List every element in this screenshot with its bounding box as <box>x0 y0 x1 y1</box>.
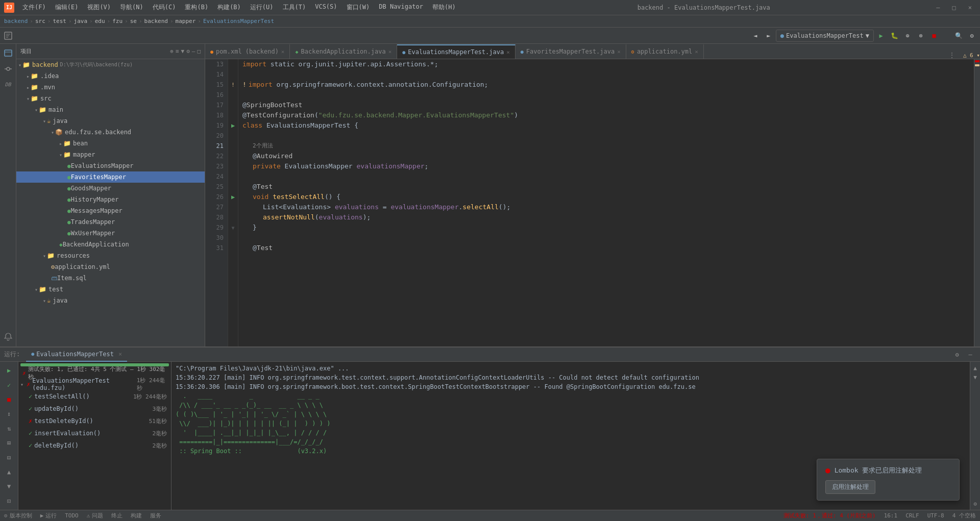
tree-item-mapper[interactable]: ▾ 📁 mapper <box>16 149 205 160</box>
tree-locate-btn[interactable]: ⊕ <box>170 48 174 55</box>
tree-settings-btn[interactable]: ▼ <box>181 48 185 55</box>
menu-db-navigator[interactable]: DB Navigator <box>375 2 427 13</box>
collapse-all-btn[interactable]: ⊟ <box>2 451 16 464</box>
tree-item-app-yml[interactable]: ⚙ application.yml <box>16 261 205 272</box>
menu-tools[interactable]: 工具(T) <box>279 2 310 13</box>
tree-item-goods-mapper[interactable]: ● GoodsMapper <box>16 183 205 194</box>
bottom-tab-evaluations[interactable]: ● EvaluationsMapperTest × <box>26 348 127 362</box>
tree-item-item-sql[interactable]: 🗃 Item.sql <box>16 272 205 284</box>
window-minimize[interactable]: — <box>932 4 944 11</box>
tree-item-resources[interactable]: ▾ 📁 resources <box>16 250 205 261</box>
status-indent[interactable]: 4 个空格 <box>952 512 976 519</box>
minimize-bottom-btn[interactable]: — <box>965 349 976 360</box>
breadcrumb-item-5[interactable]: fzu <box>112 18 122 24</box>
tab-app-yml[interactable]: ⚙ application.yml × <box>626 44 704 59</box>
window-close[interactable]: × <box>964 4 976 11</box>
tree-expand-btn[interactable]: □ <box>197 48 201 55</box>
sort-btn2[interactable]: ⇅ <box>2 422 16 435</box>
menu-build[interactable]: 构建(B) <box>213 2 245 13</box>
tree-item-backend-app[interactable]: ◆ BackendApplication <box>16 239 205 250</box>
breadcrumb-item-8[interactable]: mapper <box>176 18 196 24</box>
expand-all-btn[interactable]: ⊞ <box>2 436 16 450</box>
bottom-tab-close[interactable]: × <box>118 351 122 358</box>
menu-view[interactable]: 视图(V) <box>83 2 115 13</box>
tree-item-favorites-mapper[interactable]: ● FavoritesMapper <box>16 171 205 183</box>
tree-item-test[interactable]: ▾ 📁 test <box>16 284 205 295</box>
sidebar-project-icon[interactable] <box>1 46 15 61</box>
status-vcs[interactable]: ⊙ 版本控制 <box>4 512 32 519</box>
tab-favorites[interactable]: ● FavoritesMapperTest.java × <box>516 44 626 59</box>
tree-item-evaluations-mapper[interactable]: ● EvaluationsMapper <box>16 160 205 171</box>
sidebar-db-icon[interactable]: DB <box>1 77 15 91</box>
scroll-up-btn[interactable]: ▲ <box>971 364 979 372</box>
tree-item-java[interactable]: ▾ ☕ java <box>16 115 205 127</box>
tree-gear-btn[interactable]: ⚙ <box>186 48 190 55</box>
stop-button[interactable]: ■ <box>928 30 940 42</box>
menu-window[interactable]: 窗口(W) <box>342 2 374 13</box>
breadcrumb-item-0[interactable]: backend <box>4 18 28 24</box>
test-item-3[interactable]: ✓ insertEvaluation() 2毫秒 <box>18 427 171 439</box>
test-item-root[interactable]: ▾ ✗ EvaluationsMapperTest (edu.fzu) 1秒 2… <box>18 378 171 390</box>
status-problem[interactable]: ⚠ 问题 <box>87 512 104 519</box>
tabs-overflow-btn[interactable]: ⋮ <box>945 52 959 59</box>
rerun-failed-btn[interactable]: ✓ <box>2 378 16 391</box>
test-item-1[interactable]: ✓ updateById() 3毫秒 <box>18 403 171 415</box>
menu-nav[interactable]: 导航(N) <box>116 2 148 13</box>
up-btn[interactable]: ▲ <box>2 465 16 479</box>
gutter-run-icon-25[interactable]: ▶ <box>231 193 235 201</box>
run-again-btn[interactable]: ▶ <box>2 364 16 377</box>
editor-scrollbar[interactable] <box>974 59 980 346</box>
breadcrumb-item-6[interactable]: se <box>130 18 137 24</box>
status-terminate[interactable]: 终止 <box>111 512 122 519</box>
tab-close-evaluations[interactable]: × <box>506 49 510 56</box>
status-todo[interactable]: TODO <box>65 512 79 519</box>
tree-item-backend[interactable]: ▾ 📁 backend D:\学习\代码\backend(fzu) <box>16 59 205 70</box>
tree-minimize-btn[interactable]: — <box>192 48 195 55</box>
status-encoding[interactable]: UTF-8 <box>927 512 944 519</box>
tree-item-package[interactable]: ▾ 📦 edu.fzu.se.backend <box>16 127 205 138</box>
search-everywhere-btn[interactable]: 🔍 <box>952 30 965 42</box>
menu-code[interactable]: 代码(C) <box>149 2 180 13</box>
breadcrumb-item-9[interactable]: EvaluationsMapperTest <box>203 18 274 24</box>
menu-vcs[interactable]: VCS(S) <box>311 2 341 13</box>
run-button[interactable]: ▶ <box>875 30 887 42</box>
tab-close-pom[interactable]: × <box>281 48 285 55</box>
down-btn[interactable]: ▼ <box>2 480 16 493</box>
menu-refactor[interactable]: 重构(B) <box>181 2 212 13</box>
tree-item-history-mapper[interactable]: ● HistoryMapper <box>16 194 205 205</box>
menu-run[interactable]: 运行(U) <box>246 2 278 13</box>
status-run[interactable]: ▶ 运行 <box>40 512 57 519</box>
tree-item-src[interactable]: ▾ 📁 src <box>16 93 205 104</box>
tree-item-mvn[interactable]: ▸ 📁 .mvn <box>16 82 205 93</box>
tree-item-main[interactable]: ▾ 📁 main <box>16 104 205 115</box>
settings-btn[interactable]: ⚙ <box>966 30 978 42</box>
profile-button[interactable]: ⊗ <box>915 30 927 42</box>
menu-edit[interactable]: 编辑(E) <box>51 2 83 13</box>
sort-btn1[interactable]: ↕ <box>2 407 16 420</box>
status-service[interactable]: 服务 <box>150 512 161 519</box>
tab-close-favorites[interactable]: × <box>617 48 621 55</box>
test-item-2[interactable]: ✗ testDeleteById() 51毫秒 <box>18 415 171 427</box>
tab-close-yml[interactable]: × <box>695 48 698 55</box>
gutter-fold-icon[interactable]: ▼ <box>231 225 234 231</box>
run-config-selector[interactable]: ● EvaluationsMapperTest ▼ <box>776 30 874 42</box>
breadcrumb-item-7[interactable]: backend <box>144 18 168 24</box>
status-line-ending[interactable]: CRLF <box>905 512 919 519</box>
tab-pom[interactable]: ● pom.xml (backend) × <box>205 44 290 59</box>
notification-action-btn[interactable]: 启用注解处理 <box>825 480 875 494</box>
warnings-indicator[interactable]: △ 6 ▾ <box>963 52 980 59</box>
tree-item-bean[interactable]: ▸ 📁 bean <box>16 138 205 149</box>
menu-help[interactable]: 帮助(H) <box>428 2 460 13</box>
tree-collapse-btn[interactable]: ≡ <box>176 48 179 55</box>
breadcrumb-item-3[interactable]: java <box>74 18 88 24</box>
tree-item-messages-mapper[interactable]: ● MessagesMapper <box>16 205 205 216</box>
export-btn[interactable]: ⊡ <box>2 494 16 508</box>
tree-item-idea[interactable]: ▸ 📁 .idea <box>16 70 205 82</box>
status-position[interactable]: 16:1 <box>884 512 898 519</box>
gutter-run-icon-19[interactable]: ▶ <box>231 122 235 129</box>
navigate-back-btn[interactable]: ◄ <box>749 30 762 42</box>
debug-button[interactable]: 🐛 <box>888 30 900 42</box>
sidebar-commit-icon[interactable] <box>1 62 15 76</box>
breadcrumb-item-4[interactable]: edu <box>95 18 105 24</box>
tree-item-trades-mapper[interactable]: ● TradesMapper <box>16 216 205 228</box>
